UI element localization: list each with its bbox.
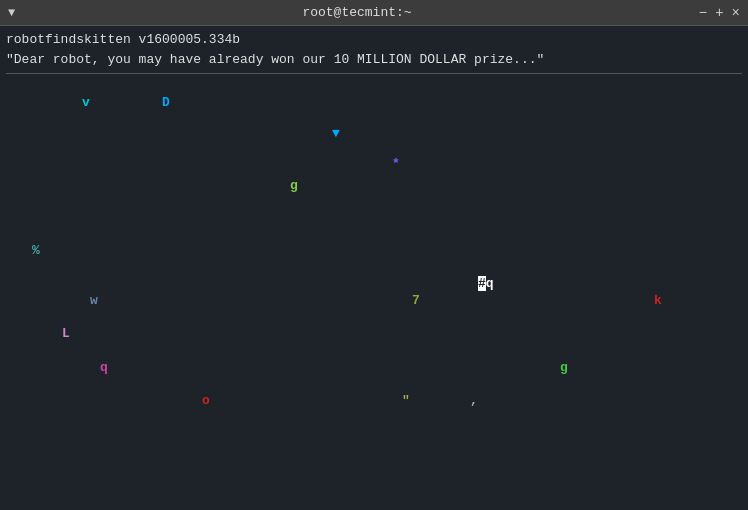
game-char-14: " (402, 393, 410, 408)
game-char-3: * (392, 156, 400, 171)
game-char-4: g (290, 178, 298, 193)
game-char-0: v (82, 95, 90, 110)
game-area: vD▼*g%#qw7kLqgo", (6, 78, 742, 494)
game-char-13: o (202, 393, 210, 408)
game-char-11: q (100, 360, 108, 375)
program-subtitle-line: "Dear robot, you may have already won ou… (6, 50, 742, 70)
minimize-button[interactable]: − (699, 5, 707, 21)
title-bar-arrow-icon: ▼ (8, 6, 15, 20)
title-bar-title: root@tecmint:~ (15, 5, 699, 20)
game-char-10: L (62, 326, 70, 341)
terminal: robotfindskitten v1600005.334b "Dear rob… (0, 26, 748, 510)
close-button[interactable]: × (732, 5, 740, 21)
title-bar-left: ▼ (8, 6, 15, 20)
game-char-15: , (470, 393, 478, 408)
game-char-1: D (162, 95, 170, 110)
title-bar-controls: − + × (699, 5, 740, 21)
game-char-5: % (32, 243, 40, 258)
game-char-7: w (90, 293, 98, 308)
maximize-button[interactable]: + (715, 5, 723, 21)
game-char-8: 7 (412, 293, 420, 308)
program-title-line: robotfindskitten v1600005.334b (6, 30, 742, 50)
divider (6, 73, 742, 74)
game-char-2: ▼ (332, 126, 340, 141)
game-char-9: k (654, 293, 662, 308)
game-char-6: #q (478, 276, 494, 291)
title-bar: ▼ root@tecmint:~ − + × (0, 0, 748, 26)
game-char-12: g (560, 360, 568, 375)
